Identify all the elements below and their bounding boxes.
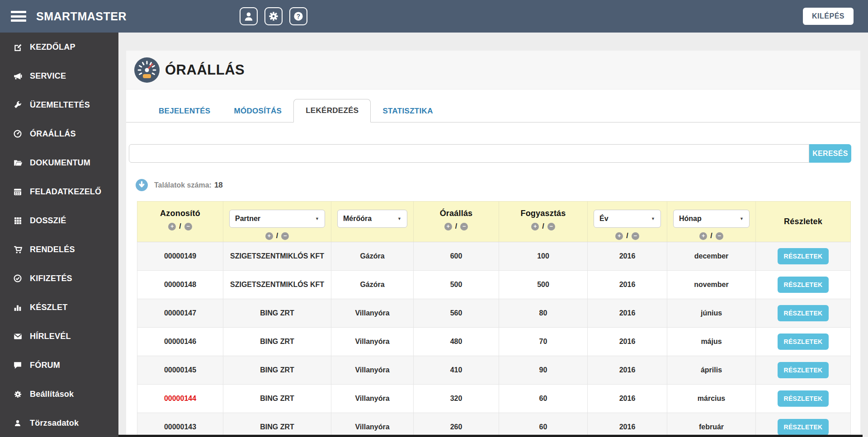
sort-controls: + / − (588, 232, 667, 240)
pencil-square-icon (13, 43, 23, 51)
tab-statisztika[interactable]: STATISZTIKA (371, 100, 444, 122)
sidebar-item-label: KÉSZLET (30, 303, 67, 312)
sort-desc-button[interactable]: − (281, 232, 289, 240)
comment-icon (13, 361, 23, 369)
sidebar-item-torzsadatok[interactable]: Törzsadatok (0, 409, 118, 437)
search-button[interactable]: KERESÉS (809, 144, 851, 163)
details-button[interactable]: RÉSZLETEK (778, 419, 829, 435)
details-button[interactable]: RÉSZLETEK (778, 390, 829, 407)
column-header-fogyasztas: Fogyasztás + / − (499, 202, 588, 242)
cell-oraallas: 410 (414, 356, 499, 385)
meter-filter-select[interactable]: Mérőóra ▼ (337, 210, 407, 228)
gear-icon (269, 11, 278, 21)
user-button[interactable] (240, 7, 258, 25)
details-button[interactable]: RÉSZLETEK (778, 334, 829, 350)
partner-filter-select[interactable]: Partner ▼ (229, 210, 325, 228)
cell-meroora: Villanyóra (331, 413, 414, 437)
sidebar-item-label: ÜZEMELTETÉS (30, 100, 90, 110)
main-content: ÓRAÁLLÁS BEJELENTÉS MÓDOSÍTÁS LEKÉRDEZÉS… (118, 33, 868, 437)
topbar-icon-group: ? (240, 7, 307, 25)
sort-desc-button[interactable]: − (547, 223, 555, 230)
details-button[interactable]: RÉSZLETEK (778, 277, 829, 293)
sidebar-item-oraallas[interactable]: ÓRAÁLLÁS (0, 119, 118, 148)
sidebar-item-label: DOKUMENTUM (30, 158, 90, 168)
sidebar-item-service[interactable]: SERVICE (0, 61, 118, 90)
column-label: Azonosító (137, 209, 223, 218)
column-header-azonosito: Azonosító + / − (137, 202, 223, 242)
tab-bejelentes[interactable]: BEJELENTÉS (147, 100, 222, 122)
hamburger-menu-icon[interactable] (11, 11, 26, 22)
sidebar-item-keszlet[interactable]: KÉSZLET (0, 293, 118, 322)
table-row: 00000148 SZIGETSZENTMIKLÓS KFT Gázóra 50… (137, 271, 851, 299)
sidebar-item-rendeles[interactable]: RENDELÉS (0, 235, 118, 264)
topbar: SMARTMASTER ? KILÉPÉS (0, 0, 868, 33)
arrow-down-circle-icon[interactable] (136, 179, 148, 191)
cell-azonosito: 00000143 (137, 413, 223, 437)
sort-separator: / (710, 232, 712, 240)
year-filter-select[interactable]: Év ▼ (594, 210, 661, 228)
cell-fogyasztas: 70 (499, 328, 588, 356)
sidebar-item-kezdolap[interactable]: KEZDŐLAP (0, 33, 118, 61)
user-icon (13, 419, 23, 427)
sort-desc-button[interactable]: − (460, 223, 468, 230)
help-button[interactable]: ? (289, 7, 307, 25)
cell-meroora: Gázóra (331, 271, 414, 299)
sidebar-item-beallitasok[interactable]: Beállítások (0, 380, 118, 409)
calendar-icon (13, 188, 23, 196)
sort-asc-button[interactable]: + (168, 223, 176, 230)
sort-separator: / (626, 232, 628, 240)
details-button[interactable]: RÉSZLETEK (778, 362, 829, 378)
cell-reszletek: RÉSZLETEK (756, 299, 851, 328)
cell-azonosito: 00000149 (137, 242, 223, 271)
sidebar-item-feladatkezelo[interactable]: FELADATKEZELŐ (0, 177, 118, 206)
table-row: 00000143 BING ZRT Villanyóra 260 60 2016… (137, 413, 851, 437)
sort-separator: / (542, 222, 544, 230)
sort-desc-button[interactable]: − (184, 223, 192, 230)
sidebar-item-hirlevel[interactable]: HÍRLEVÉL (0, 322, 118, 351)
sort-desc-button[interactable]: − (716, 232, 723, 240)
logout-button[interactable]: KILÉPÉS (803, 8, 854, 25)
sort-controls: + / − (414, 222, 499, 230)
cell-meroora: Villanyóra (331, 385, 414, 413)
sidebar-item-label: DOSSZIÉ (30, 216, 66, 226)
tab-lekerdezes[interactable]: LEKÉRDEZÉS (293, 99, 371, 122)
month-filter-select[interactable]: Hónap ▼ (673, 210, 750, 228)
sort-asc-button[interactable]: + (699, 232, 707, 240)
tab-modositas[interactable]: MÓDOSÍTÁS (222, 100, 293, 122)
sort-desc-button[interactable]: − (632, 232, 639, 240)
settings-button[interactable] (264, 7, 283, 25)
sidebar-item-label: FELADATKEZELŐ (30, 187, 101, 197)
sidebar-item-forum[interactable]: FÓRUM (0, 351, 118, 380)
chevron-down-icon: ▼ (397, 216, 401, 221)
chevron-down-icon: ▼ (651, 216, 655, 221)
sort-asc-button[interactable]: + (444, 223, 452, 230)
cell-azonosito: 00000147 (137, 299, 223, 328)
search-input[interactable] (129, 144, 809, 163)
cell-ev: 2016 (588, 271, 667, 299)
chevron-down-icon: ▼ (740, 216, 744, 221)
sidebar-item-kifizetes[interactable]: KIFIZETÉS (0, 264, 118, 293)
table-row: 00000146 BING ZRT Villanyóra 480 70 2016… (137, 328, 851, 356)
table-header-row: Azonosító + / − Partner ▼ + (137, 202, 851, 242)
sidebar: KEZDŐLAP SERVICE ÜZEMELTETÉS ÓRAÁLLÁS DO… (0, 33, 118, 437)
sidebar-item-label: KEZDŐLAP (30, 42, 75, 52)
cell-honap: március (667, 385, 756, 413)
sidebar-item-uzemeltetes[interactable]: ÜZEMELTETÉS (0, 90, 118, 119)
sidebar-item-dokumentum[interactable]: DOKUMENTUM (0, 148, 118, 177)
sidebar-item-label: RENDELÉS (30, 245, 75, 254)
cell-ev: 2016 (588, 328, 667, 356)
details-button[interactable]: RÉSZLETEK (778, 248, 829, 264)
select-value: Hónap (679, 215, 702, 223)
cell-partner: BING ZRT (223, 385, 331, 413)
cell-azonosito: 00000148 (137, 271, 223, 299)
sort-controls: + / − (499, 222, 587, 230)
cell-partner: BING ZRT (223, 299, 331, 328)
sort-asc-button[interactable]: + (531, 223, 539, 230)
sort-asc-button[interactable]: + (615, 232, 623, 240)
sidebar-item-dosszie[interactable]: DOSSZIÉ (0, 206, 118, 235)
column-header-reszletek: Részletek (756, 202, 851, 242)
cell-honap: május (667, 328, 756, 356)
sort-asc-button[interactable]: + (265, 232, 273, 240)
details-button[interactable]: RÉSZLETEK (778, 305, 829, 321)
sort-controls: + / − (137, 222, 223, 230)
